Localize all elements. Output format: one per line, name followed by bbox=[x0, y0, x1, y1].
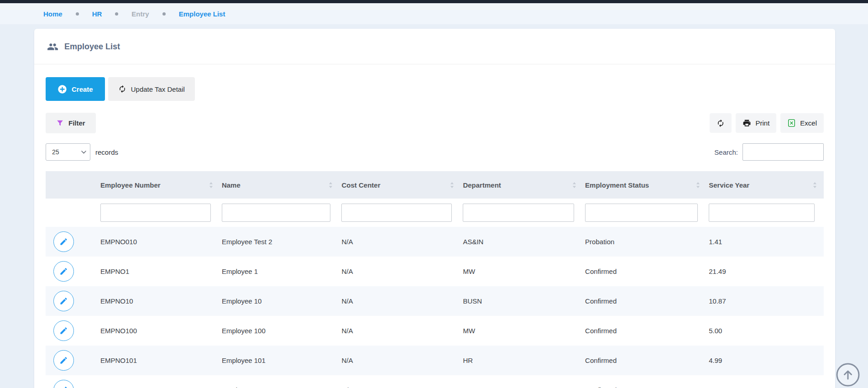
cell-service-year: 21.49 bbox=[707, 257, 824, 286]
print-button-label: Print bbox=[755, 119, 769, 127]
cell-actions bbox=[46, 375, 99, 388]
cell-name: Employee Test 2 bbox=[220, 227, 340, 257]
cell-name: Employee 101 bbox=[220, 346, 340, 375]
excel-button[interactable]: Excel bbox=[780, 113, 824, 133]
column-header-department[interactable]: Department bbox=[461, 171, 583, 199]
column-header-service-year[interactable]: Service Year bbox=[707, 171, 824, 199]
column-header-name[interactable]: Name bbox=[220, 171, 340, 199]
cell-employee-number: EMPNO102 bbox=[99, 375, 220, 388]
cell-department: BUSN bbox=[461, 286, 583, 316]
breadcrumb-item-hr[interactable]: HR bbox=[92, 10, 102, 18]
column-filter-input-name[interactable] bbox=[222, 204, 331, 222]
sort-arrows-icon bbox=[572, 182, 576, 189]
pencil-icon bbox=[59, 386, 68, 388]
sort-arrows-icon bbox=[209, 182, 213, 189]
cell-cost-center: N/A bbox=[340, 316, 461, 346]
cell-cost-center: N/A bbox=[340, 346, 461, 375]
sort-arrows-icon bbox=[450, 182, 454, 189]
column-header-label: Name bbox=[222, 181, 241, 189]
top-accent-bar bbox=[0, 0, 868, 3]
cell-actions bbox=[46, 286, 99, 316]
cell-service-year: 4.99 bbox=[707, 346, 824, 375]
print-button[interactable]: Print bbox=[736, 113, 776, 133]
column-header-label: Department bbox=[463, 181, 501, 189]
pencil-icon bbox=[59, 356, 68, 365]
cell-service-year: 5.00 bbox=[707, 316, 824, 346]
cell-employment-status: Confirmed bbox=[583, 375, 707, 388]
cell-employee-number: EMPNO1 bbox=[99, 257, 220, 286]
column-header-label: Employment Status bbox=[585, 181, 649, 189]
breadcrumb: HomeHREntryEmployee List bbox=[0, 3, 868, 24]
edit-row-button[interactable] bbox=[53, 350, 74, 371]
table-row: EMPNO1Employee 1N/AMWConfirmed21.49 bbox=[46, 257, 824, 286]
column-header-actions bbox=[46, 171, 99, 199]
cell-actions bbox=[46, 316, 99, 346]
column-filter-input-service-year[interactable] bbox=[709, 204, 815, 222]
employee-table: Employee NumberNameCost CenterDepartment… bbox=[46, 171, 824, 388]
page-title: Employee List bbox=[64, 42, 120, 52]
cell-cost-center: N/A bbox=[340, 375, 461, 388]
update-tax-detail-button[interactable]: Update Tax Detail bbox=[108, 77, 195, 101]
column-header-label: Cost Center bbox=[341, 181, 380, 189]
cell-employment-status: Probation bbox=[583, 227, 707, 257]
cell-employee-number: EMPNO100 bbox=[99, 316, 220, 346]
cell-department: MW bbox=[461, 257, 583, 286]
sort-arrows-icon bbox=[329, 182, 333, 189]
sort-arrows-icon bbox=[696, 182, 700, 189]
search-label: Search: bbox=[714, 148, 738, 156]
scroll-to-top-button[interactable] bbox=[836, 362, 860, 387]
cell-actions bbox=[46, 257, 99, 286]
pencil-icon bbox=[59, 267, 68, 276]
cell-actions bbox=[46, 346, 99, 375]
column-header-employment-status[interactable]: Employment Status bbox=[583, 171, 707, 199]
column-filter-input-cost-center[interactable] bbox=[341, 204, 452, 222]
cell-cost-center: N/A bbox=[340, 286, 461, 316]
cell-employee-number: EMPNO101 bbox=[99, 346, 220, 375]
search-group: Search: bbox=[714, 143, 824, 161]
column-header-cost-center[interactable]: Cost Center bbox=[340, 171, 461, 199]
create-button[interactable]: Create bbox=[46, 77, 105, 101]
edit-row-button[interactable] bbox=[53, 380, 74, 388]
table-header-row: Employee NumberNameCost CenterDepartment… bbox=[46, 171, 824, 199]
search-input[interactable] bbox=[743, 143, 824, 161]
printer-icon bbox=[743, 119, 751, 127]
breadcrumb-item-employee-list[interactable]: Employee List bbox=[179, 10, 225, 18]
sync-icon bbox=[716, 119, 725, 127]
column-header-label: Service Year bbox=[709, 181, 749, 189]
card-body: Create Update Tax Detail Filter bbox=[34, 64, 835, 388]
edit-row-button[interactable] bbox=[53, 320, 74, 341]
cell-cost-center: N/A bbox=[340, 227, 461, 257]
list-controls-row: 25 records Search: bbox=[46, 143, 824, 161]
cell-employee-number: EMPNO010 bbox=[99, 227, 220, 257]
cell-employee-number: EMPNO10 bbox=[99, 286, 220, 316]
plus-circle-icon bbox=[58, 84, 67, 94]
cell-name: Employee 102 bbox=[220, 375, 340, 388]
table-row: EMPNO100Employee 100N/AMWConfirmed5.00 bbox=[46, 316, 824, 346]
table-tools: Print Excel bbox=[710, 113, 824, 133]
excel-button-label: Excel bbox=[800, 119, 817, 127]
refresh-button[interactable] bbox=[710, 113, 732, 133]
filter-button[interactable]: Filter bbox=[46, 113, 96, 133]
table-row: EMPNO101Employee 101N/AHRConfirmed4.99 bbox=[46, 346, 824, 375]
employee-table-body: EMPNO010Employee Test 2N/AAS&INProbation… bbox=[46, 227, 824, 388]
edit-row-button[interactable] bbox=[53, 261, 74, 282]
create-button-label: Create bbox=[72, 85, 93, 93]
table-row: EMPNO102Employee 102N/ABU-TFConfirmed4.9… bbox=[46, 375, 824, 388]
sort-arrows-icon bbox=[813, 182, 817, 189]
column-filter-input-employee-number[interactable] bbox=[100, 204, 211, 222]
column-filter-input-department[interactable] bbox=[463, 204, 574, 222]
cell-cost-center: N/A bbox=[340, 257, 461, 286]
cell-service-year: 4.99 bbox=[707, 375, 824, 388]
action-buttons-row: Create Update Tax Detail bbox=[46, 77, 824, 101]
breadcrumb-separator-dot bbox=[162, 12, 166, 16]
column-filter-row bbox=[46, 199, 824, 227]
cell-name: Employee 100 bbox=[220, 316, 340, 346]
records-per-page-select[interactable]: 25 bbox=[46, 143, 90, 161]
funnel-icon bbox=[56, 119, 64, 127]
column-header-employee-number[interactable]: Employee Number bbox=[99, 171, 220, 199]
edit-row-button[interactable] bbox=[53, 291, 74, 311]
column-filter-input-employment-status[interactable] bbox=[585, 204, 698, 222]
breadcrumb-item-home[interactable]: Home bbox=[43, 10, 63, 18]
edit-row-button[interactable] bbox=[53, 231, 74, 252]
excel-file-icon bbox=[787, 119, 796, 127]
